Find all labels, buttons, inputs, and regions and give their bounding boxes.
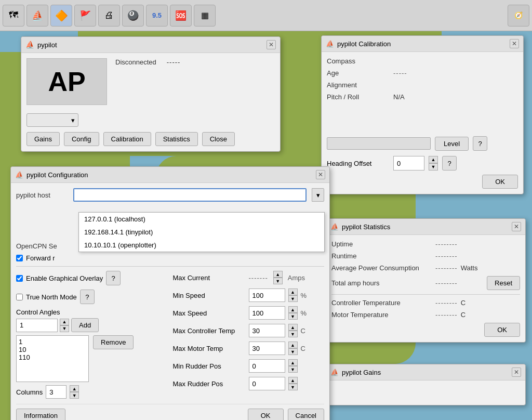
gains-button[interactable]: Gains (26, 132, 60, 146)
stats-separator (331, 294, 520, 295)
max-motor-temp-label: Max Motor Temp (173, 345, 246, 352)
pypilot-calib-close-button[interactable]: ✕ (510, 39, 519, 48)
overlay-question-button[interactable]: ? (106, 271, 121, 285)
pypilot-config-titlebar[interactable]: ⛵ pypilot Configuration ✕ (11, 167, 329, 183)
config-cancel-button[interactable]: Cancel (288, 409, 324, 420)
max-current-down[interactable]: ▼ (273, 278, 283, 284)
heading-offset-label: Heading Offset (327, 160, 389, 167)
max-current-up[interactable]: ▲ (273, 271, 283, 278)
max-speed-down[interactable]: ▼ (288, 313, 298, 320)
max-rudder-input[interactable] (249, 377, 285, 390)
compass-button[interactable]: 🧭 (508, 5, 529, 27)
heading-offset-input[interactable] (393, 156, 424, 170)
pypilot-config-content: pypilot host ▾ 127.0.0.1 (localhost) 192… (11, 183, 329, 420)
anchor-button[interactable]: 🔶 (50, 5, 72, 27)
max-ctrl-temp-up[interactable]: ▲ (288, 324, 298, 331)
host-option-tinypilot[interactable]: 192.168.14.1 (tinypilot) (79, 226, 324, 239)
host-input[interactable] (73, 188, 307, 202)
pypilot-stats-titlebar[interactable]: ⛵ pypilot Statistics ✕ (326, 219, 525, 235)
pypilot-gains-titlebar[interactable]: ⛵ pypilot Gains ✕ (326, 364, 525, 380)
version-button[interactable]: 9.5 (146, 5, 168, 27)
ball-button[interactable]: 🎱 (122, 5, 144, 27)
pypilot-calib-titlebar[interactable]: ⛵ pypilot Calibration ✕ (322, 36, 523, 52)
level-question-button[interactable]: ? (473, 136, 487, 151)
host-dropdown-arrow[interactable]: ▾ (312, 188, 324, 202)
max-motor-temp-input[interactable] (249, 342, 285, 355)
pypilot-gains-window: ⛵ pypilot Gains ✕ (326, 364, 526, 405)
config-button[interactable]: Config (64, 132, 99, 146)
columns-spin-up[interactable]: ▲ (70, 385, 79, 392)
motor-temp-value: -------- (435, 311, 458, 319)
min-rudder-input[interactable] (249, 359, 285, 373)
age-value: ----- (393, 69, 407, 77)
max-ctrl-temp-row: Max Controller Temp ▲ ▼ C (173, 324, 325, 337)
chart-button[interactable]: 🗺 (3, 5, 24, 27)
max-speed-unit: % (301, 309, 307, 317)
calib-ok-button[interactable]: OK (482, 175, 518, 189)
uptime-label: Uptime (331, 240, 435, 248)
angles-spin-up[interactable]: ▲ (60, 319, 69, 325)
host-option-openplotter[interactable]: 10.10.10.1 (openplotter) (79, 239, 324, 252)
level-button[interactable]: Level (435, 137, 469, 151)
max-ctrl-temp-down[interactable]: ▼ (288, 331, 298, 337)
max-ctrl-temp-input[interactable] (249, 324, 285, 337)
avg-power-value: -------- (435, 264, 458, 272)
pypilot-main-titlebar[interactable]: ⛵ pypilot ✕ (21, 37, 280, 53)
flag-icon: 🚩 (79, 10, 91, 21)
host-label: pypilot host (16, 191, 68, 199)
pypilot-main-close-button[interactable]: ✕ (267, 40, 276, 49)
true-north-question-button[interactable]: ? (80, 290, 95, 304)
min-rudder-up[interactable]: ▲ (288, 359, 298, 366)
columns-input[interactable] (46, 385, 66, 399)
angles-list[interactable]: 1 10 110 (16, 335, 89, 382)
min-speed-up[interactable]: ▲ (288, 288, 298, 295)
config-ok-button[interactable]: OK (248, 409, 284, 420)
pypilot-config-close-button[interactable]: ✕ (316, 170, 325, 179)
columns-spin-down[interactable]: ▼ (70, 392, 79, 399)
min-speed-input[interactable] (249, 288, 285, 302)
mode-dropdown[interactable]: ▾ (26, 113, 78, 127)
grid-button[interactable]: ▦ (194, 5, 216, 27)
sail-icon: ⛵ (32, 10, 43, 21)
angle-item-10: 10 (19, 346, 86, 353)
pypilot-gains-close-button[interactable]: ✕ (512, 368, 521, 377)
max-speed-up[interactable]: ▲ (288, 306, 298, 313)
sail-button[interactable]: ⛵ (26, 5, 48, 27)
max-rudder-down[interactable]: ▼ (288, 384, 298, 390)
stats-ok-button[interactable]: OK (484, 323, 520, 337)
add-button[interactable]: Add (71, 318, 99, 332)
statistics-button[interactable]: Statistics (155, 132, 198, 146)
max-rudder-up[interactable]: ▲ (288, 377, 298, 384)
host-option-localhost[interactable]: 127.0.0.1 (localhost) (79, 213, 324, 226)
min-speed-down[interactable]: ▼ (288, 295, 298, 302)
heading-offset-up[interactable]: ▲ (429, 156, 438, 163)
max-motor-temp-unit: C (301, 345, 305, 352)
overlay-checkbox[interactable] (16, 275, 23, 282)
max-motor-temp-spin: ▲ ▼ (288, 342, 298, 355)
forward-checkbox[interactable] (16, 255, 23, 261)
heading-offset-down[interactable]: ▼ (429, 163, 438, 170)
close-button[interactable]: Close (202, 132, 235, 146)
print-button[interactable]: 🖨 (98, 5, 120, 27)
reset-button[interactable]: Reset (487, 276, 520, 290)
flag-button[interactable]: 🚩 (74, 5, 96, 27)
host-section: pypilot host ▾ 127.0.0.1 (localhost) 192… (16, 188, 324, 202)
angles-spin-down[interactable]: ▼ (60, 325, 69, 332)
status-dashes: ----- (167, 58, 181, 66)
information-button[interactable]: Information (16, 409, 65, 420)
angles-spin-input[interactable] (16, 319, 58, 332)
max-motor-temp-down[interactable]: ▼ (288, 348, 298, 355)
overlay-label: Enable Graphical Overlay (26, 274, 103, 282)
calibration-button[interactable]: Calibration (103, 132, 151, 146)
max-motor-temp-up[interactable]: ▲ (288, 342, 298, 348)
min-rudder-spin: ▲ ▼ (288, 359, 298, 373)
max-speed-input[interactable] (249, 306, 285, 320)
pypilot-stats-close-button[interactable]: ✕ (512, 222, 521, 231)
config-form: Enable Graphical Overlay ? True North Mo… (16, 271, 324, 399)
help-button[interactable]: 🆘 (170, 5, 192, 27)
remove-button[interactable]: Remove (93, 335, 134, 349)
min-rudder-down[interactable]: ▼ (288, 366, 298, 373)
true-north-checkbox[interactable] (16, 294, 23, 300)
heading-question-button[interactable]: ? (442, 156, 457, 170)
overlay-checkbox-row: Enable Graphical Overlay ? (16, 271, 168, 285)
